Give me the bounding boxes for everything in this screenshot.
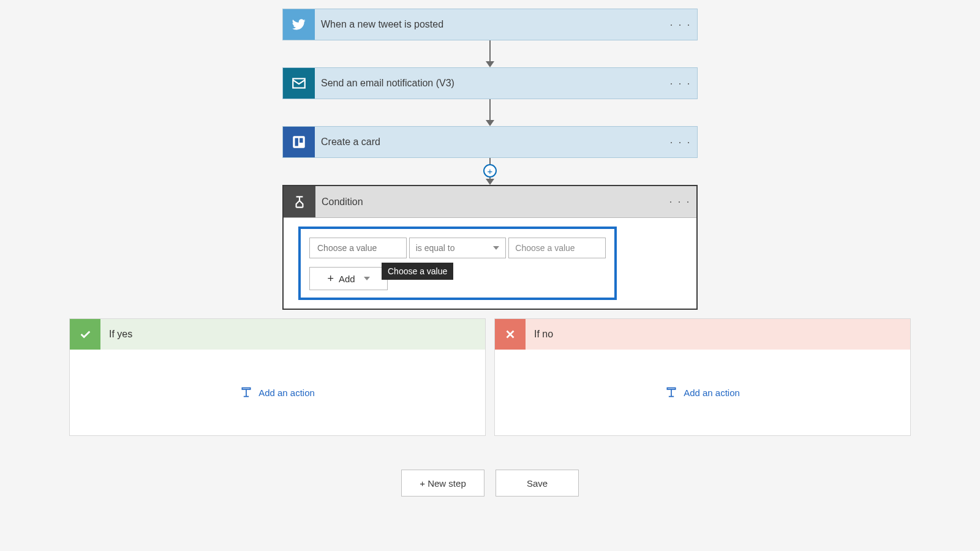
- condition-header[interactable]: Condition · · ·: [284, 186, 696, 218]
- step-menu-button[interactable]: · · ·: [669, 9, 692, 40]
- condition-block: Condition · · · is equal to Choose a val…: [282, 185, 698, 310]
- arrow-connector: [486, 40, 494, 67]
- step-create-card[interactable]: Create a card · · ·: [282, 126, 698, 158]
- insert-step-button[interactable]: +: [483, 164, 497, 178]
- svg-rect-5: [667, 388, 675, 390]
- svg-rect-3: [300, 138, 303, 143]
- mail-icon: [283, 68, 315, 99]
- condition-value-left[interactable]: [309, 238, 407, 258]
- add-action-label: Add an action: [684, 388, 740, 398]
- trello-icon: [283, 127, 315, 157]
- arrow-connector: [486, 99, 494, 126]
- svg-rect-1: [293, 136, 305, 148]
- tooltip: Choose a value: [382, 263, 453, 280]
- add-action-label: Add an action: [258, 388, 315, 398]
- add-action-icon: [665, 386, 677, 399]
- save-button[interactable]: Save: [496, 470, 579, 497]
- step-title: Create a card: [315, 137, 380, 148]
- branch-yes: If yes Add an action: [69, 318, 486, 436]
- close-icon: [495, 319, 526, 350]
- chevron-down-icon: [364, 277, 370, 280]
- check-icon: [70, 319, 100, 350]
- branch-yes-title: If yes: [100, 329, 132, 340]
- condition-icon: [284, 186, 315, 217]
- plus-icon: +: [327, 272, 334, 285]
- step-title: Send an email notification (V3): [315, 78, 454, 89]
- condition-add-label: Add: [339, 274, 355, 284]
- svg-rect-2: [295, 138, 298, 146]
- condition-value-right-placeholder: Choose a value: [515, 243, 575, 253]
- add-action-icon: [240, 386, 252, 399]
- step-send-email[interactable]: Send an email notification (V3) · · ·: [282, 67, 698, 99]
- condition-operator-select[interactable]: is equal to: [409, 238, 507, 258]
- step-title: When a new tweet is posted: [315, 19, 443, 30]
- condition-title: Condition: [315, 197, 363, 208]
- flow-canvas: When a new tweet is posted · · · Send an…: [0, 0, 980, 497]
- branch-no-header[interactable]: If no: [495, 319, 910, 350]
- condition-predicate-group: is equal to Choose a value + Add Choose …: [298, 227, 617, 300]
- new-step-button[interactable]: + New step: [401, 470, 484, 497]
- twitter-icon: [283, 9, 315, 40]
- condition-add-button[interactable]: + Add: [309, 267, 388, 290]
- step-menu-button[interactable]: · · ·: [669, 68, 692, 99]
- branch-yes-header[interactable]: If yes: [70, 319, 485, 350]
- condition-branches: If yes Add an action If no Add an action: [0, 318, 980, 436]
- step-menu-button[interactable]: · · ·: [669, 127, 692, 157]
- arrow-connector-with-insert: +: [486, 158, 494, 185]
- chevron-down-icon: [493, 246, 499, 250]
- condition-operator-label: is equal to: [416, 243, 455, 253]
- step-menu-button[interactable]: · · ·: [668, 186, 692, 217]
- add-action-yes[interactable]: Add an action: [240, 386, 315, 399]
- footer-actions: + New step Save: [401, 470, 579, 497]
- branch-no-title: If no: [526, 329, 553, 340]
- add-action-no[interactable]: Add an action: [665, 386, 740, 399]
- condition-value-right[interactable]: Choose a value: [508, 238, 606, 258]
- step-twitter-trigger[interactable]: When a new tweet is posted · · ·: [282, 9, 698, 40]
- svg-rect-4: [242, 388, 250, 390]
- condition-value-left-input[interactable]: [316, 242, 400, 253]
- branch-no: If no Add an action: [494, 318, 911, 436]
